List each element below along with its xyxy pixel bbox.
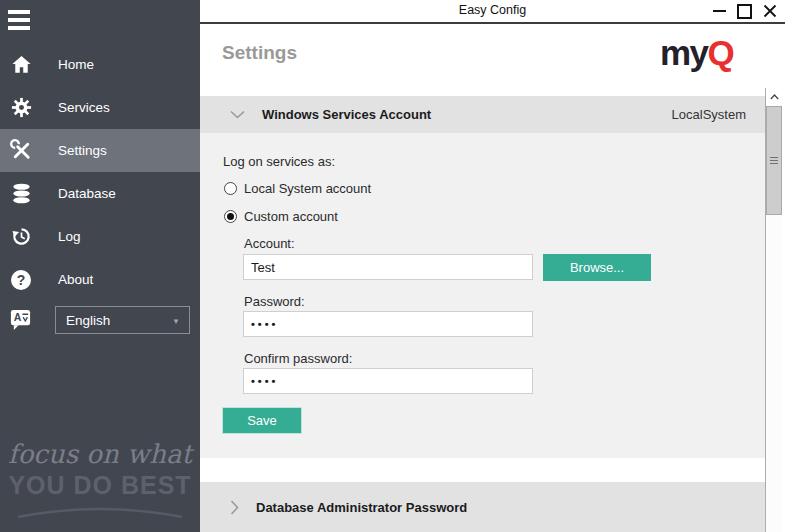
tools-icon <box>9 139 33 163</box>
titlebar: Easy Config <box>200 0 785 24</box>
account-input[interactable] <box>243 254 533 280</box>
gear-icon <box>9 96 33 120</box>
sidebar-item-settings[interactable]: Settings <box>0 129 200 172</box>
chevron-right-icon <box>230 500 239 515</box>
language-dropdown[interactable]: English ▼ <box>55 306 190 334</box>
section-title: Windows Services Account <box>262 107 431 122</box>
watermark-line1: focus on what <box>0 439 200 469</box>
sidebar-item-label: Services <box>58 100 110 115</box>
logon-label: Log on services as: <box>223 154 335 169</box>
sidebar-item-label: Settings <box>58 143 107 158</box>
account-label: Account: <box>244 236 295 251</box>
password-input[interactable] <box>243 311 533 337</box>
history-clock-icon <box>9 225 33 249</box>
radio-local-system-account[interactable] <box>224 182 237 195</box>
section-title: Database Administrator Password <box>256 500 467 515</box>
section-database-admin-password[interactable]: Database Administrator Password <box>200 482 766 532</box>
window-controls <box>713 0 777 22</box>
section-current-value: LocalSystem <box>672 107 746 122</box>
radio-custom-account[interactable] <box>224 210 237 223</box>
section-windows-services-account[interactable]: Windows Services Account LocalSystem <box>200 96 766 133</box>
watermark: focus on what YOU DO BEST <box>0 439 200 532</box>
services-account-form: Log on services as: Local System account… <box>200 133 766 458</box>
translate-icon: A <box>9 308 32 336</box>
language-value: English <box>66 313 110 328</box>
svg-text:A: A <box>14 311 22 323</box>
sidebar-item-label: Log <box>58 229 81 244</box>
close-button[interactable] <box>763 4 777 18</box>
scrollbar-grip <box>770 157 778 165</box>
easy-config-window: Home <box>0 0 785 532</box>
sidebar-item-services[interactable]: Services <box>0 86 200 129</box>
sidebar: Home <box>0 0 200 532</box>
watermark-line2: YOU DO BEST <box>0 471 200 500</box>
password-label: Password: <box>244 294 305 309</box>
sidebar-item-label: Database <box>58 186 116 201</box>
confirm-password-label: Confirm password: <box>244 351 352 366</box>
language-row: A English ▼ <box>0 306 200 334</box>
radio-local-system-label[interactable]: Local System account <box>244 181 371 196</box>
sidebar-item-label: Home <box>58 57 94 72</box>
page-title: Settings <box>222 42 297 64</box>
maximize-button[interactable] <box>737 4 752 19</box>
sidebar-item-home[interactable]: Home <box>0 43 200 86</box>
browse-button[interactable]: Browse... <box>543 254 651 281</box>
sidebar-item-log[interactable]: Log <box>0 215 200 258</box>
scrollbar[interactable] <box>765 88 782 532</box>
myq-logo: myQ <box>660 33 733 73</box>
sidebar-item-label: About <box>58 272 93 287</box>
hamburger-menu-icon[interactable] <box>8 10 30 34</box>
scroll-up-button[interactable] <box>766 88 782 106</box>
save-button[interactable]: Save <box>222 407 302 434</box>
database-icon <box>9 182 33 206</box>
radio-custom-label[interactable]: Custom account <box>244 209 338 224</box>
confirm-password-input[interactable] <box>243 368 533 394</box>
watermark-arc <box>16 504 184 520</box>
scrollbar-thumb[interactable] <box>766 106 782 215</box>
home-icon <box>9 53 33 77</box>
chevron-down-icon: ▼ <box>172 317 180 326</box>
question-mark-icon: ? <box>9 268 33 292</box>
sidebar-item-database[interactable]: Database <box>0 172 200 215</box>
window-title: Easy Config <box>200 3 785 17</box>
sidebar-item-about[interactable]: ? About <box>0 258 200 301</box>
sidebar-nav: Home <box>0 43 200 301</box>
chevron-down-icon <box>230 110 245 119</box>
minimize-button[interactable] <box>713 10 726 12</box>
